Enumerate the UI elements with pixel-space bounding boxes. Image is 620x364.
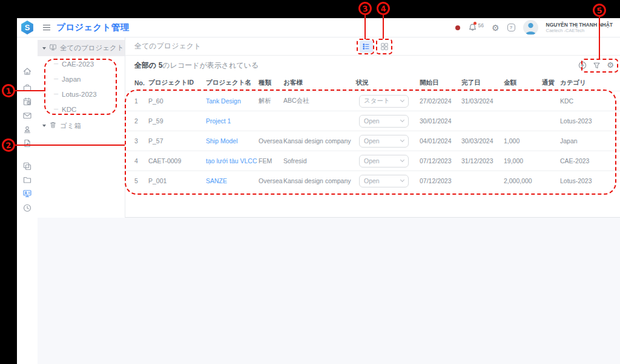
col-start-date[interactable]: 開始日 bbox=[420, 79, 461, 87]
col-customer[interactable]: お客様 bbox=[283, 79, 356, 87]
breadcrumb-row: 全てのプロジェクト bbox=[125, 37, 620, 56]
col-no[interactable]: No. bbox=[134, 79, 148, 86]
add-record-button[interactable] bbox=[578, 61, 587, 70]
top-bar: S プロジェクト管理 56 ⚙ ? bbox=[17, 18, 620, 37]
chevron-down-icon bbox=[42, 125, 46, 127]
cell-no: 1 bbox=[134, 97, 148, 105]
briefcase-icon[interactable] bbox=[22, 83, 32, 93]
status-dropdown[interactable]: Open bbox=[359, 175, 409, 187]
cell-customer: Kansai design company bbox=[283, 137, 356, 145]
copy-layers-icon[interactable] bbox=[22, 161, 32, 171]
user-block[interactable]: NGUYỄN THỊ THANH NHẬT Caetech -CAETech bbox=[546, 22, 613, 34]
calendar-clock-icon[interactable] bbox=[22, 97, 32, 106]
tree-item-lotus-2023[interactable]: ─ Lotus-2023 bbox=[38, 86, 125, 102]
cell-amount: 1,000 bbox=[504, 137, 542, 145]
notifications-button[interactable]: 56 bbox=[468, 23, 483, 32]
project-name-link[interactable]: SANZE bbox=[206, 177, 259, 184]
col-category[interactable]: カテゴリ bbox=[560, 79, 620, 87]
status-dropdown[interactable]: Open bbox=[359, 155, 409, 167]
filter-button[interactable] bbox=[593, 62, 601, 70]
avatar[interactable] bbox=[523, 20, 538, 35]
home-icon[interactable] bbox=[22, 67, 32, 76]
tree-item-all-projects[interactable]: 全てのプロジェクト bbox=[38, 40, 125, 56]
cell-no: 4 bbox=[134, 157, 148, 164]
tree-connector: ─ bbox=[54, 91, 58, 97]
page-title: プロジェクト管理 bbox=[56, 22, 129, 33]
tree-item-label: ゴミ箱 bbox=[60, 122, 81, 131]
annotation-number-3: 3 bbox=[358, 1, 372, 16]
project-desk-icon[interactable] bbox=[22, 189, 32, 198]
settings-gear-icon[interactable]: ⚙ bbox=[492, 24, 500, 32]
cell-type: Oversea bbox=[259, 177, 283, 184]
cell-category: Lotus-2023 bbox=[560, 177, 620, 184]
records-summary-row: 全部の 5のレコードが表示されている ⚙ bbox=[125, 56, 620, 75]
status-dropdown[interactable]: スタート bbox=[359, 95, 409, 108]
cell-amount: 2,000,000 bbox=[504, 177, 542, 184]
col-project-id[interactable]: プロジェクトID bbox=[148, 79, 206, 87]
annotation-number-5: 5 bbox=[592, 3, 607, 18]
col-end-date[interactable]: 完了日 bbox=[461, 79, 504, 87]
user-org: Caetech -CAETech bbox=[546, 28, 613, 33]
table-toolbar: ⚙ bbox=[578, 61, 614, 70]
person-icon bbox=[523, 20, 538, 35]
status-dropdown[interactable]: Open bbox=[359, 115, 409, 128]
cell-start-date: 30/01/2024 bbox=[420, 117, 461, 125]
col-amount[interactable]: 金額 bbox=[504, 79, 542, 87]
cell-start-date: 27/02/2024 bbox=[420, 97, 461, 105]
trash-icon bbox=[49, 120, 57, 131]
tree-item-label: Lotus-2023 bbox=[62, 91, 97, 98]
project-name-link[interactable]: Project 1 bbox=[206, 117, 259, 125]
recording-dot-icon bbox=[455, 25, 460, 30]
app-window: S プロジェクト管理 56 ⚙ ? bbox=[17, 18, 620, 364]
chevron-down-icon bbox=[42, 47, 46, 50]
cell-customer: Kansai design company bbox=[283, 177, 356, 184]
cell-type: 解析 bbox=[259, 97, 283, 105]
records-summary: 全部の 5のレコードが表示されている bbox=[134, 60, 259, 71]
tree-item-label: KDC bbox=[62, 106, 76, 113]
records-suffix: のレコードが表示されている bbox=[162, 61, 259, 70]
cell-type: Oversea bbox=[259, 137, 283, 145]
table-body: 1 P_60 Tank Design 解析 ABC会社 スタート 27/02/2… bbox=[125, 91, 620, 190]
document-edit-icon[interactable] bbox=[22, 138, 32, 148]
project-name-link[interactable]: Ship Model bbox=[206, 137, 259, 145]
status-value: Open bbox=[364, 157, 401, 164]
status-dropdown[interactable]: Open bbox=[359, 135, 409, 148]
card-view-button[interactable] bbox=[378, 41, 391, 52]
cell-start-date: 04/01/2024 bbox=[420, 137, 461, 145]
project-name-link[interactable]: Tank Design bbox=[206, 97, 259, 105]
help-icon[interactable]: ? bbox=[507, 24, 515, 31]
col-currency[interactable]: 通貨 bbox=[542, 79, 560, 87]
cell-end-date: 31/12/2023 bbox=[461, 157, 504, 164]
project-name-link[interactable]: tạo lưới tàu VLCC bbox=[206, 157, 259, 164]
table-row: 1 P_60 Tank Design 解析 ABC会社 スタート 27/02/2… bbox=[125, 91, 620, 111]
stamp-icon[interactable] bbox=[22, 125, 32, 135]
col-type[interactable]: 種類 bbox=[259, 79, 283, 87]
col-status[interactable]: 状況 bbox=[356, 79, 420, 87]
tree-connector: ─ bbox=[54, 106, 58, 112]
cell-end-date: 30/03/2024 bbox=[461, 137, 504, 145]
tree-item-kdc[interactable]: ─ KDC bbox=[38, 102, 125, 117]
icon-sidebar bbox=[17, 37, 38, 364]
list-view-button[interactable] bbox=[360, 41, 373, 53]
user-name: NGUYỄN THỊ THANH NHẬT bbox=[546, 22, 613, 28]
mail-icon[interactable] bbox=[22, 111, 32, 120]
annotation-number-4: 4 bbox=[376, 1, 391, 16]
hamburger-menu-icon[interactable] bbox=[43, 25, 50, 31]
cell-project-id: P_001 bbox=[148, 177, 206, 184]
cell-project-id: P_57 bbox=[148, 137, 206, 145]
annotation-number-1: 1 bbox=[1, 83, 16, 98]
screen-share-icon bbox=[49, 43, 57, 54]
cell-no: 2 bbox=[134, 117, 148, 125]
folder-icon[interactable] bbox=[22, 175, 32, 184]
notification-count: 56 bbox=[478, 22, 483, 28]
tree-item-label: Japan bbox=[62, 76, 81, 83]
history-clock-icon[interactable] bbox=[22, 203, 32, 213]
cell-category: Japan bbox=[560, 137, 620, 145]
tree-item-japan[interactable]: ─ Japan bbox=[38, 71, 125, 86]
tree-item-cae-2023[interactable]: ─ CAE-2023 bbox=[38, 56, 125, 71]
tree-item-trash[interactable]: ゴミ箱 bbox=[38, 118, 125, 134]
cell-start-date: 07/12/2023 bbox=[420, 177, 461, 184]
col-project-name[interactable]: プロジェクト名 bbox=[206, 79, 259, 87]
app-logo-icon[interactable]: S bbox=[21, 21, 35, 34]
logo-wrap: S bbox=[17, 21, 38, 34]
